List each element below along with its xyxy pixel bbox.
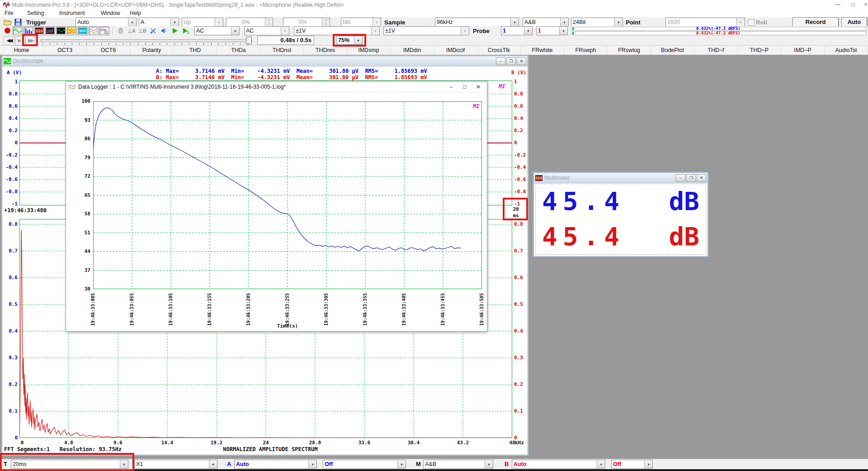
tab-oct6[interactable]: OCT6 <box>87 46 130 55</box>
trigger-mode-select[interactable]: Auto▼ <box>75 18 137 27</box>
rewind-button[interactable]: ◀◀ <box>4 36 14 45</box>
zoom-select[interactable]: X1▼ <box>134 460 217 469</box>
spectrum-analyzer-icon[interactable] <box>24 26 33 35</box>
multimeter-titlebar[interactable]: 888 Multimeter – ❐ ✕ <box>534 173 708 183</box>
tab-frswlog[interactable]: FRswlog <box>608 46 651 55</box>
spectrum-3d-icon[interactable] <box>45 26 55 35</box>
probe-a-select[interactable]: 1▼ <box>501 26 533 35</box>
trigger-source-select[interactable]: A▼ <box>139 18 179 27</box>
menu-setting[interactable]: Setting <box>25 10 46 17</box>
play-loop-icon[interactable] <box>181 26 191 35</box>
chevron-down-icon[interactable]: ▼ <box>644 460 652 468</box>
tab-imdsmp[interactable]: IMDsmp <box>347 46 391 55</box>
coupling-a-select[interactable]: AC▼ <box>194 26 240 35</box>
close-button[interactable]: × <box>858 0 868 10</box>
chevron-down-icon[interactable]: ▼ <box>308 460 316 468</box>
chevron-down-icon[interactable]: ▼ <box>597 460 605 468</box>
channel-mode-select[interactable]: A&B▼ <box>423 460 493 469</box>
tab-audiotst[interactable]: AudioTst <box>825 46 868 55</box>
auto-button[interactable]: Auto <box>841 17 867 27</box>
datalogger-minimize-button[interactable]: – <box>444 82 458 91</box>
chevron-down-icon[interactable]: ▼ <box>128 18 136 26</box>
tab-crosstlk[interactable]: CrossTlk <box>477 46 521 55</box>
tab-imddin[interactable]: IMDdin <box>391 46 434 55</box>
record-dot-icon[interactable] <box>5 28 10 33</box>
tab-bodeplot[interactable]: BodePlot <box>651 46 694 55</box>
datalogger-maximize-button[interactable]: □ <box>458 82 472 91</box>
play-icon[interactable] <box>170 26 180 35</box>
slider-tick <box>160 43 160 45</box>
octave-analyzer-icon[interactable] <box>67 26 77 35</box>
oscilloscope-titlebar[interactable]: Oscilloscope – ❐ ✕ <box>2 56 528 67</box>
tab-thdres[interactable]: THDres <box>304 46 347 55</box>
open-file-icon[interactable] <box>4 19 12 26</box>
playback-speed-select[interactable]: 75%▼ <box>336 36 363 45</box>
position-slider-track[interactable] <box>41 39 252 42</box>
chevron-down-icon[interactable]: ▼ <box>120 460 128 468</box>
fast-forward-button[interactable]: ▶▶ <box>25 36 35 45</box>
axis-a-label: A (V) <box>7 70 22 76</box>
sample-label: Sample <box>384 19 405 26</box>
ddp-viewer-icon[interactable]: DDP <box>99 26 109 35</box>
signal-generator-icon[interactable] <box>56 26 66 35</box>
menu-help[interactable]: Help <box>128 10 143 17</box>
chevron-down-icon[interactable]: ▼ <box>397 460 406 468</box>
probe-calibration-icon[interactable] <box>148 26 158 35</box>
tab-frwhite[interactable]: FRwhite <box>521 46 564 55</box>
chevron-down-icon[interactable]: ▼ <box>485 460 493 468</box>
tab-polarity[interactable]: Polarity <box>130 46 174 55</box>
oscilloscope-close-button[interactable]: ✕ <box>517 57 526 65</box>
channel-b-function-select[interactable]: Off▼ <box>611 460 653 469</box>
menu-window[interactable]: Window <box>99 10 122 17</box>
datalogger-titlebar[interactable]: Data Logger : 1 - C:\VIRTINS Multi-Instr… <box>66 81 487 93</box>
speaker-icon[interactable] <box>159 26 169 35</box>
chevron-down-icon[interactable]: ▼ <box>354 36 362 44</box>
multimeter-restore-button[interactable]: ❐ <box>686 174 696 182</box>
multimeter-icon[interactable]: 888 <box>34 26 44 35</box>
tab-imd~p[interactable]: IMD~P <box>781 46 825 55</box>
dut-analyzer-icon[interactable]: DUT <box>78 26 88 35</box>
chevron-down-icon[interactable]: ▼ <box>510 18 519 26</box>
position-slider-thumb[interactable] <box>246 37 252 44</box>
channel-a-function-select[interactable]: Off▼ <box>323 460 406 469</box>
slider-tick <box>50 43 50 45</box>
channel-b-mode-select[interactable]: Auto▼ <box>512 460 605 469</box>
sampling-bits-select[interactable]: 24Bit▼ <box>571 18 623 27</box>
tab-imdccif[interactable]: IMDccif <box>434 46 477 55</box>
datalogger-close-button[interactable]: ✕ <box>472 82 485 91</box>
step-forward-button[interactable]: ▶| <box>15 36 25 45</box>
minimize-button[interactable]: — <box>830 0 845 10</box>
tab-thd[interactable]: THD <box>174 46 217 55</box>
menu-instrument[interactable]: Instrument <box>57 10 87 17</box>
tab-oct3[interactable]: OCT3 <box>43 46 87 55</box>
sampling-channels-select[interactable]: A&B▼ <box>523 18 569 27</box>
oscilloscope-minimize-button[interactable]: – <box>496 57 505 65</box>
multimeter-close-button[interactable]: ✕ <box>697 174 706 182</box>
timebase-select[interactable]: 20ms▼ <box>11 460 128 469</box>
tab-home[interactable]: Home <box>0 46 43 55</box>
multimeter-minimize-button[interactable]: – <box>676 174 685 182</box>
tab-thdnsl[interactable]: THDnsl <box>260 46 304 55</box>
axis-tick-label: 0.7 <box>2 248 18 254</box>
save-icon[interactable] <box>14 19 22 26</box>
chevron-down-icon[interactable]: ▼ <box>170 18 179 26</box>
chevron-down-icon[interactable]: ▼ <box>209 460 217 468</box>
chevron-down-icon[interactable]: ▼ <box>559 27 567 35</box>
derived-datapoint-icon[interactable] <box>89 26 99 35</box>
sampling-rate-select[interactable]: 96kHz▼ <box>435 18 519 27</box>
chevron-down-icon[interactable]: ▼ <box>560 18 568 26</box>
chevron-down-icon[interactable]: ▼ <box>614 18 623 26</box>
probe-b-select[interactable]: 1▼ <box>536 26 568 35</box>
tab-thd~f[interactable]: THD~f <box>694 46 738 55</box>
oscilloscope-restore-button[interactable]: ❐ <box>506 57 516 65</box>
tab-thda[interactable]: THDa <box>217 46 260 55</box>
tab-frswph[interactable]: FRswph <box>564 46 608 55</box>
multimeter-unit-b: dB <box>669 222 699 251</box>
chevron-down-icon[interactable]: ▼ <box>524 27 532 35</box>
channel-a-mode-select[interactable]: Auto▼ <box>234 460 317 469</box>
oscilloscope-icon[interactable] <box>13 26 23 35</box>
tab-thd~p[interactable]: THD~P <box>738 46 781 55</box>
record-button[interactable]: Record <box>793 17 839 27</box>
chevron-down-icon[interactable]: ▼ <box>231 27 239 35</box>
menu-file[interactable]: File <box>3 10 15 17</box>
